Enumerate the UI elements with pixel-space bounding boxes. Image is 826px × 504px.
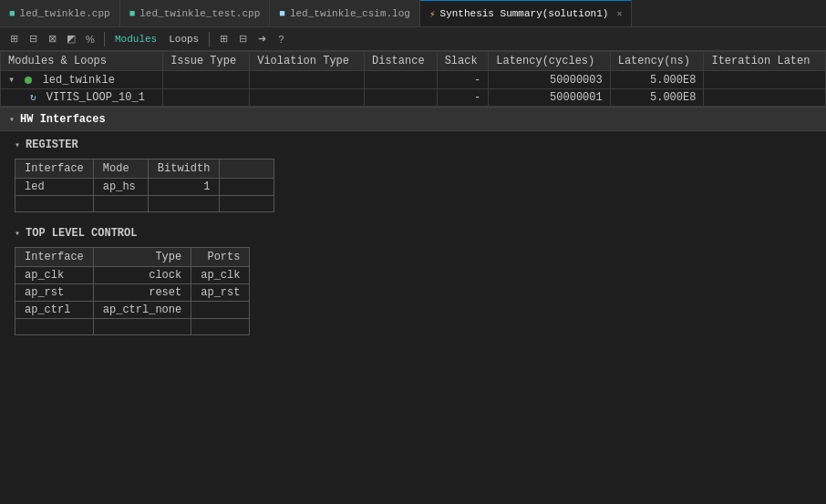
toolbar-icon-btn-1[interactable]: ⊞ [215, 31, 232, 47]
toolbar-btn-1[interactable]: ⊞ [5, 31, 22, 47]
tab-bar: ■ led_twinkle.cpp ■ led_twinkle_test.cpp… [0, 0, 826, 27]
module-latency-cycles: 50000003 [489, 71, 610, 89]
toolbar-icon-btn-2[interactable]: ⊟ [234, 31, 251, 47]
table-row[interactable]: ↻ VITIS_LOOP_10_1 - 50000001 5.000E8 [1, 89, 826, 107]
loop-latency-ns: 5.000E8 [610, 89, 704, 107]
top-level-control-triangle: ▾ [15, 228, 20, 239]
table-row[interactable]: ap_clk clock ap_clk [15, 267, 250, 284]
table-row[interactable]: ap_ctrl ap_ctrl_none [15, 302, 250, 319]
module-slack: - [437, 71, 489, 89]
top-level-control-subsection-header[interactable]: ▾ TOP LEVEL CONTROL [15, 227, 811, 240]
tlc-row2-interface: ap_ctrl [15, 302, 94, 319]
col-iteration-latency: Iteration Laten [704, 52, 826, 71]
tab-led-twinkle-cpp[interactable]: ■ led_twinkle.cpp [0, 0, 120, 26]
reg-empty-2 [93, 196, 148, 212]
col-slack: Slack [437, 52, 489, 71]
tlc-row1-interface: ap_rst [15, 284, 94, 302]
tlc-empty-1 [15, 319, 94, 335]
tlc-row1-ports: ap_rst [191, 284, 250, 302]
modules-table-header-row: Modules & Loops Issue Type Violation Typ… [1, 52, 826, 71]
tlc-row2-type: ap_ctrl_none [93, 302, 191, 319]
tab-label: led_twinkle.cpp [20, 8, 110, 19]
module-iteration-latency [704, 71, 826, 89]
tab-csim-log[interactable]: ■ led_twinkle_csim.log [270, 0, 420, 26]
loop-iteration-latency [704, 89, 826, 107]
register-table-wrap: Interface Mode Bitwidth led ap_hs 1 [15, 159, 811, 212]
register-label: REGISTER [26, 139, 78, 151]
tab-label: led_twinkle_csim.log [290, 8, 410, 19]
top-level-control-label: TOP LEVEL CONTROL [26, 227, 137, 240]
reg-row-bitwidth: 1 [148, 179, 220, 196]
loop-slack: - [437, 89, 489, 107]
col-modules-loops: Modules & Loops [1, 52, 163, 71]
register-table-header-row: Interface Mode Bitwidth [15, 159, 274, 179]
modules-loops-table: Modules & Loops Issue Type Violation Typ… [0, 51, 826, 107]
reg-row-interface: led [15, 179, 94, 196]
loop-icon: ↻ [30, 92, 36, 103]
col-latency-cycles: Latency(cycles) [489, 52, 610, 71]
table-row-empty [15, 196, 274, 212]
reg-empty-1 [15, 196, 94, 212]
col-latency-ns: Latency(ns) [610, 52, 704, 71]
tab-label: Synthesis Summary(solution1) [440, 8, 609, 19]
table-row[interactable]: ▾ led_twinkle - 50000003 5.000E8 [1, 71, 826, 89]
module-name: led_twinkle [43, 74, 115, 87]
status-dot-green [25, 77, 32, 84]
reg-empty-4 [220, 196, 274, 212]
module-issue-type [163, 71, 250, 89]
module-distance [364, 71, 437, 89]
register-table: Interface Mode Bitwidth led ap_hs 1 [15, 159, 274, 212]
top-level-control-table-wrap: Interface Type Ports ap_clk clock ap_clk… [15, 247, 811, 335]
reg-empty-3 [148, 196, 220, 212]
cpp-file-icon-2: ■ [129, 8, 136, 19]
toolbar-btn-4[interactable]: ◩ [63, 31, 79, 47]
toolbar-separator-1 [104, 32, 105, 46]
tlc-row1-type: reset [93, 284, 191, 302]
tab-close-button[interactable]: ✕ [616, 8, 622, 19]
table-row-empty [15, 319, 250, 335]
tlc-row0-interface: ap_clk [15, 267, 94, 284]
col-issue-type: Issue Type [163, 52, 250, 71]
toolbar-icon-btn-3[interactable]: ➜ [253, 31, 270, 47]
reg-col-extra [220, 159, 274, 179]
loop-name: VITIS_LOOP_10_1 [46, 91, 145, 104]
tlc-col-type: Type [93, 248, 191, 267]
reg-col-bitwidth: Bitwidth [148, 159, 220, 179]
toolbar-separator-2 [209, 32, 210, 46]
toolbar-btn-2[interactable]: ⊟ [25, 31, 41, 47]
register-triangle: ▾ [15, 139, 20, 150]
toolbar-modules-label[interactable]: Modules [110, 32, 161, 46]
toolbar-help-btn[interactable]: ? [273, 31, 289, 47]
toolbar-btn-5[interactable]: % [82, 31, 98, 47]
table-row[interactable]: led ap_hs 1 [15, 179, 274, 196]
module-latency-ns: 5.000E8 [610, 71, 704, 89]
col-distance: Distance [364, 52, 437, 71]
loop-name-cell: ↻ VITIS_LOOP_10_1 [1, 89, 163, 107]
toolbar-loops-label[interactable]: Loops [164, 32, 203, 46]
hw-interfaces-content: ▾ REGISTER Interface Mode Bitwidth [0, 131, 826, 343]
synth-file-icon: ⚡ [429, 8, 436, 20]
main-content: Modules & Loops Issue Type Violation Typ… [0, 51, 826, 504]
tab-label: led_twinkle_test.cpp [139, 8, 260, 19]
module-violation-type [250, 71, 365, 89]
tlc-empty-3 [191, 319, 250, 335]
tab-led-twinkle-test-cpp[interactable]: ■ led_twinkle_test.cpp [120, 0, 271, 26]
reg-col-interface: Interface [15, 159, 94, 179]
cpp-file-icon: ■ [9, 8, 15, 19]
tlc-col-interface: Interface [15, 248, 94, 267]
table-row[interactable]: ap_rst reset ap_rst [15, 284, 250, 302]
loop-latency-cycles: 50000001 [489, 89, 610, 107]
tab-synthesis-summary[interactable]: ⚡ Synthesis Summary(solution1) ✕ [420, 0, 633, 26]
hw-interfaces-section: ▾ HW Interfaces ▾ REGISTER Interface Mod… [0, 108, 826, 343]
toolbar-btn-3[interactable]: ⊠ [44, 31, 60, 47]
tlc-table-header-row: Interface Type Ports [15, 248, 250, 267]
hw-interfaces-label: HW Interfaces [20, 113, 106, 126]
reg-col-mode: Mode [93, 159, 148, 179]
module-name-cell: ▾ led_twinkle [1, 71, 163, 89]
log-file-icon: ■ [279, 8, 285, 19]
loop-issue-type [163, 89, 250, 107]
tlc-empty-2 [93, 319, 191, 335]
register-subsection-header[interactable]: ▾ REGISTER [15, 139, 811, 151]
hw-interfaces-header[interactable]: ▾ HW Interfaces [0, 108, 826, 131]
toolbar: ⊞ ⊟ ⊠ ◩ % Modules Loops ⊞ ⊟ ➜ ? [0, 27, 826, 51]
